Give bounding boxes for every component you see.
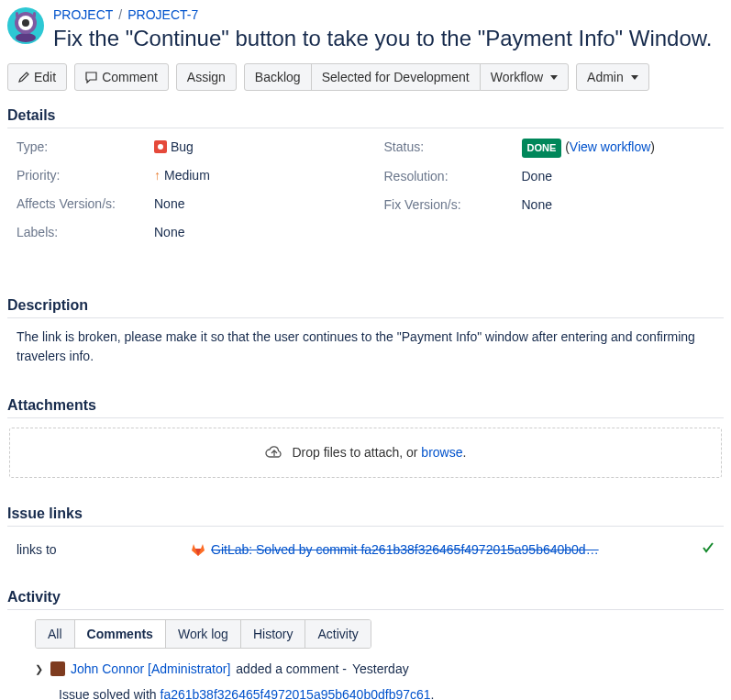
- comment-button[interactable]: Comment: [74, 63, 169, 91]
- resolution-value: Done: [522, 167, 725, 186]
- commit-link[interactable]: fa261b38f326465f4972015a95b640b0dfb97c61: [161, 687, 431, 700]
- status-button-group: Backlog Selected for Development Workflo…: [244, 63, 569, 91]
- fixversion-value: None: [522, 195, 725, 215]
- page-title: Fix the "Continue" button to take you to…: [53, 24, 712, 52]
- expand-caret-icon[interactable]: ❯: [35, 663, 43, 675]
- svg-rect-6: [33, 12, 36, 17]
- labels-value: None: [154, 223, 357, 242]
- pencil-icon: [18, 72, 29, 83]
- activity-tabs: All Comments Work log History Activity: [35, 619, 371, 649]
- view-workflow-link[interactable]: View workflow: [570, 139, 650, 154]
- tab-history[interactable]: History: [241, 620, 306, 648]
- resolution-label: Resolution:: [384, 167, 522, 186]
- upload-cloud-icon: [265, 446, 283, 461]
- affects-label: Affects Version/s:: [17, 194, 154, 214]
- comment-timestamp: Yesterday: [352, 661, 409, 676]
- admin-button[interactable]: Admin: [576, 63, 649, 91]
- status-badge: DONE: [522, 139, 562, 158]
- browse-link[interactable]: browse: [421, 445, 462, 460]
- priority-value: ↑Medium: [154, 166, 357, 185]
- gitlab-commit-link[interactable]: GitLab: Solved by commit fa261b38f326465…: [211, 542, 599, 557]
- breadcrumb-separator: /: [118, 7, 122, 22]
- activity-heading: Activity: [7, 589, 724, 610]
- svg-point-4: [22, 19, 29, 27]
- svg-point-1: [16, 33, 36, 42]
- attachments-heading: Attachments: [7, 397, 724, 418]
- comment-body: Issue solved with fa261b38f326465f497201…: [59, 687, 714, 700]
- status-label: Status:: [384, 138, 522, 158]
- toolbar: Edit Comment Assign Backlog Selected for…: [7, 63, 724, 91]
- comment-icon: [85, 72, 97, 83]
- project-avatar: [7, 7, 44, 44]
- user-avatar: [50, 661, 65, 676]
- fixversion-label: Fix Version/s:: [384, 195, 522, 215]
- description-text: The link is broken, please make it so th…: [7, 328, 724, 384]
- drop-text: Drop files to attach, or: [293, 445, 422, 460]
- affects-value: None: [154, 194, 357, 214]
- tab-comments[interactable]: Comments: [75, 620, 166, 648]
- selected-for-dev-button[interactable]: Selected for Development: [311, 63, 481, 91]
- links-to-label: links to: [17, 542, 191, 557]
- breadcrumb-project[interactable]: PROJECT: [53, 7, 113, 22]
- breadcrumb: PROJECT / PROJECT-7: [53, 7, 712, 22]
- chevron-down-icon: [631, 75, 638, 80]
- chevron-down-icon: [550, 75, 558, 80]
- details-heading: Details: [7, 107, 724, 128]
- type-label: Type:: [17, 138, 154, 157]
- breadcrumb-issue[interactable]: PROJECT-7: [127, 7, 198, 22]
- tab-worklog[interactable]: Work log: [166, 620, 241, 648]
- tab-all[interactable]: All: [36, 620, 75, 648]
- check-icon: [674, 541, 714, 558]
- priority-label: Priority:: [17, 166, 154, 185]
- workflow-button[interactable]: Workflow: [480, 63, 569, 91]
- edit-button[interactable]: Edit: [7, 63, 67, 91]
- attachment-dropzone[interactable]: Drop files to attach, or browse.: [9, 428, 722, 478]
- comment-action-text: added a comment -: [236, 661, 347, 676]
- labels-label: Labels:: [17, 223, 154, 242]
- bug-icon: [154, 140, 167, 153]
- comment-author-link[interactable]: John Connor [Administrator]: [71, 661, 230, 676]
- status-value: DONE (View workflow): [522, 138, 725, 158]
- type-value: Bug: [154, 138, 357, 157]
- backlog-button[interactable]: Backlog: [244, 63, 312, 91]
- svg-rect-5: [16, 12, 18, 17]
- priority-up-icon: ↑: [154, 168, 161, 183]
- gitlab-icon: [191, 542, 205, 557]
- assign-button[interactable]: Assign: [176, 63, 237, 91]
- description-heading: Description: [7, 297, 724, 318]
- tab-activity[interactable]: Activity: [305, 620, 370, 648]
- issue-links-heading: Issue links: [7, 506, 724, 527]
